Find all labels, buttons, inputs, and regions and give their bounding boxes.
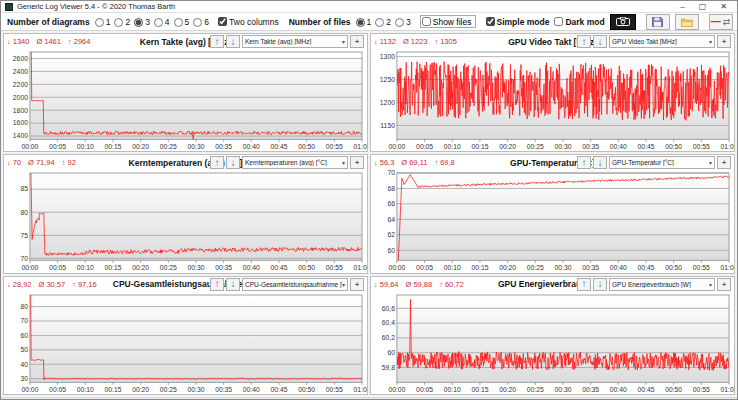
svg-text:00:45: 00:45	[271, 385, 288, 392]
up-arrow-icon: ↑	[215, 279, 220, 289]
chart-move-down-button[interactable]: ↓	[226, 35, 240, 48]
dark-mode-checkbox[interactable]: Dark mod	[554, 17, 604, 27]
diagram-count-option-input-4[interactable]	[154, 18, 163, 27]
stat-max-value: 92	[67, 158, 75, 167]
diagram-count-option-input-3[interactable]	[134, 18, 143, 27]
add-signal-button[interactable]: +	[717, 278, 731, 291]
svg-text:64: 64	[387, 216, 395, 223]
chevron-down-icon: ▾	[342, 281, 345, 288]
stat-min-value: 1340	[13, 37, 30, 46]
diagram-count-option-input-6[interactable]	[193, 18, 202, 27]
file-count-option-input-1[interactable]	[356, 18, 365, 27]
add-signal-button[interactable]: +	[350, 35, 364, 48]
save-button[interactable]	[646, 14, 670, 30]
chart-plot[interactable]: 59,86060,260,460,600:0000:0500:1000:1500…	[371, 292, 734, 394]
svg-text:62: 62	[387, 231, 395, 238]
signal-select[interactable]: GPU Video Takt [MHz] ▾	[609, 35, 715, 48]
diagram-count-option-2[interactable]: 2	[114, 17, 130, 27]
svg-text:00:15: 00:15	[471, 264, 488, 271]
show-files-checkbox[interactable]: Show files	[420, 15, 476, 28]
down-arrow-icon: ↓	[598, 279, 603, 289]
file-count-option-3[interactable]: 3	[395, 17, 411, 27]
close-button[interactable]: ✕	[720, 2, 727, 12]
file-count-option-2[interactable]: 2	[375, 17, 391, 27]
diagram-count-option-label: 1	[106, 17, 111, 27]
file-count-option-label: 2	[386, 17, 391, 27]
chart-move-up-button[interactable]: ↑	[577, 35, 591, 48]
diagram-count-option-input-1[interactable]	[95, 18, 104, 27]
diagram-count-option-input-2[interactable]	[114, 18, 123, 27]
add-signal-button[interactable]: +	[717, 156, 731, 169]
chart-plot[interactable]: 60626466687000:0000:0500:1000:1500:2000:…	[371, 170, 734, 272]
screenshot-button[interactable]	[610, 14, 636, 30]
chart-move-down-button[interactable]: ↓	[593, 278, 607, 291]
chart-plot[interactable]: 30405060708000:0000:0500:1000:1500:2000:…	[4, 292, 367, 394]
svg-text:1600: 1600	[13, 119, 28, 126]
diagram-count-option-5[interactable]: 5	[174, 17, 190, 27]
dark-mode-input[interactable]	[554, 17, 563, 26]
svg-text:70: 70	[20, 317, 28, 324]
open-folder-button[interactable]	[675, 14, 699, 30]
file-count-option-input-3[interactable]	[395, 18, 404, 27]
chart-move-up-button[interactable]: ↑	[210, 35, 224, 48]
svg-text:1400: 1400	[13, 132, 28, 139]
chart-move-up-button[interactable]: ↑	[210, 278, 224, 291]
svg-text:80: 80	[20, 209, 28, 216]
svg-text:1150: 1150	[380, 122, 395, 129]
chart-move-down-button[interactable]: ↓	[593, 156, 607, 169]
app-icon	[5, 3, 13, 11]
svg-text:01:00: 01:00	[354, 264, 367, 271]
maximize-button[interactable]: ▢	[699, 2, 707, 12]
diagram-count-option-label: 4	[165, 17, 170, 27]
minimize-button[interactable]: –	[680, 2, 684, 12]
diagram-count-option-4[interactable]: 4	[154, 17, 170, 27]
signal-select[interactable]: Kerntemperaturen (avg) [°C] ▾	[242, 156, 348, 169]
two-columns-input[interactable]	[218, 17, 227, 26]
two-columns-checkbox[interactable]: Two columns	[218, 17, 279, 27]
signal-select[interactable]: GPU-Temperatur [°C] ▾	[609, 156, 715, 169]
signal-select-value: GPU-Temperatur [°C]	[612, 159, 709, 166]
simple-mode-input[interactable]	[486, 17, 495, 26]
add-signal-button[interactable]: +	[717, 35, 731, 48]
show-files-input[interactable]	[422, 17, 431, 26]
chart-header: CPU-Gesamtleistungsaufnahme [W] ↓28,92 Ø…	[4, 277, 367, 292]
signal-select[interactable]: GPU Energieverbrauch [W] ▾	[609, 278, 715, 291]
chart-plot[interactable]: 7075808500:0000:0500:1000:1500:2000:2500…	[4, 170, 367, 272]
svg-text:00:40: 00:40	[243, 264, 260, 271]
chart-move-up-button[interactable]: ↑	[577, 156, 591, 169]
svg-text:00:20: 00:20	[499, 385, 516, 392]
stat-max-value: 97,16	[78, 280, 97, 289]
reset-zoom-button[interactable]: — ⇄	[709, 14, 733, 30]
simple-mode-checkbox[interactable]: Simple mode	[486, 17, 550, 27]
chart-panel: Kern Takte (avg) [MHz] ↓1340 Ø1461 ↑2964…	[3, 33, 368, 152]
diagram-count-option-3[interactable]: 3	[134, 17, 150, 27]
chart-plot[interactable]: 140016001800200022002400260000:0000:0500…	[4, 49, 367, 151]
signal-select[interactable]: Kern Takte (avg) [MHz] ▾	[242, 35, 348, 48]
chart-move-down-button[interactable]: ↓	[226, 278, 240, 291]
chart-move-down-button[interactable]: ↓	[226, 156, 240, 169]
chart-move-up-button[interactable]: ↑	[577, 278, 591, 291]
svg-text:01:00: 01:00	[721, 264, 734, 271]
diagram-count-option-label: 3	[145, 17, 150, 27]
max-arrow-icon: ↑	[68, 37, 72, 46]
chevron-down-icon: ▾	[709, 159, 712, 166]
camera-icon	[616, 17, 630, 26]
chart-move-down-button[interactable]: ↓	[593, 35, 607, 48]
signal-select[interactable]: CPU-Gesamtleistungsaufnahme [W] ▾	[242, 278, 348, 291]
diagram-count-option-6[interactable]: 6	[193, 17, 209, 27]
add-signal-button[interactable]: +	[350, 278, 364, 291]
diagram-count-option-1[interactable]: 1	[95, 17, 111, 27]
add-signal-button[interactable]: +	[350, 156, 364, 169]
stat-avg-value: 1461	[44, 37, 61, 46]
signal-select-value: Kerntemperaturen (avg) [°C]	[245, 159, 342, 166]
svg-text:00:40: 00:40	[243, 143, 260, 150]
file-count-option-1[interactable]: 1	[356, 17, 372, 27]
chart-controls: ↑ ↓ Kerntemperaturen (avg) [°C] ▾ +	[210, 156, 364, 169]
svg-text:00:55: 00:55	[326, 264, 343, 271]
file-count-option-input-2[interactable]	[375, 18, 384, 27]
svg-text:00:40: 00:40	[610, 143, 627, 150]
chart-plot[interactable]: 115012001250130000:0000:0500:1000:1500:2…	[371, 49, 734, 151]
chart-move-up-button[interactable]: ↑	[210, 156, 224, 169]
diagram-count-option-input-5[interactable]	[174, 18, 183, 27]
stat-avg-value: 69,11	[409, 158, 427, 167]
